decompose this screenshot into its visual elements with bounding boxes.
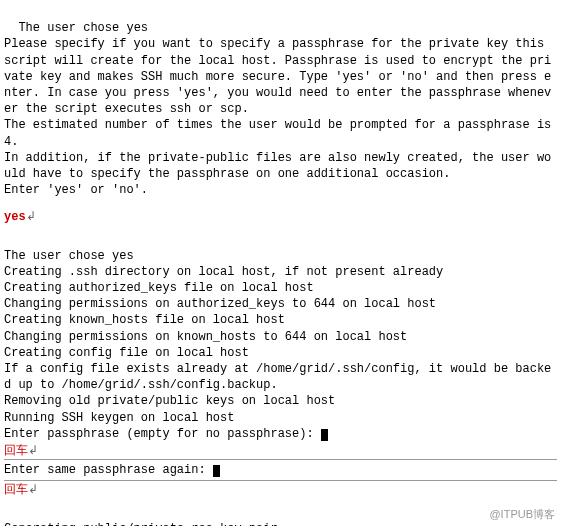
text-line: The user chose yes bbox=[18, 21, 148, 35]
text-line: Enter 'yes' or 'no'. bbox=[4, 183, 148, 197]
text-line: The estimated number of times the user w… bbox=[4, 118, 559, 148]
cursor-icon bbox=[213, 465, 220, 477]
newline-icon: ↲ bbox=[28, 443, 38, 457]
text-line: Creating known_hosts file on local host bbox=[4, 313, 285, 327]
passphrase-confirm-line: Enter same passphrase again: bbox=[4, 459, 557, 481]
text-line: Generating public/private rsa key pair. bbox=[4, 522, 285, 526]
text-line: If a config file exists already at /home… bbox=[4, 362, 551, 392]
text-line: Creating authorized_keys file on local h… bbox=[4, 281, 314, 295]
text-line: Changing permissions on known_hosts to 6… bbox=[4, 330, 407, 344]
text-line: Creating .ssh directory on local host, i… bbox=[4, 265, 443, 279]
user-typed-yes: yes bbox=[4, 210, 26, 224]
text-line: Changing permissions on authorized_keys … bbox=[4, 297, 436, 311]
text-line: Please specify if you want to specify a … bbox=[4, 37, 551, 116]
cursor-icon bbox=[321, 429, 328, 441]
passphrase-prompt-2: Enter same passphrase again: bbox=[4, 463, 213, 477]
annotation-enter-2: 回车↲ bbox=[4, 481, 557, 498]
terminal-output-1: The user chose yes Please specify if you… bbox=[4, 4, 557, 198]
terminal-output-2: The user chose yes Creating .ssh directo… bbox=[4, 231, 557, 441]
annotation-enter-1: 回车↲ bbox=[4, 442, 557, 459]
text-line: In addition, if the private-public files… bbox=[4, 151, 551, 181]
passphrase-prompt-1: Enter passphrase (empty for no passphras… bbox=[4, 427, 321, 441]
newline-icon: ↲ bbox=[26, 209, 36, 223]
text-line: Creating config file on local host bbox=[4, 346, 249, 360]
text-line: Removing old private/public keys on loca… bbox=[4, 394, 335, 408]
text-line: The user chose yes bbox=[4, 249, 134, 263]
newline-icon: ↲ bbox=[28, 482, 38, 496]
text-line: Running SSH keygen on local host bbox=[4, 411, 234, 425]
user-input-line: yes↲ bbox=[4, 208, 557, 225]
terminal-output-3: Generating public/private rsa key pair. … bbox=[4, 504, 557, 526]
watermark: @ITPUB博客 bbox=[489, 507, 555, 522]
